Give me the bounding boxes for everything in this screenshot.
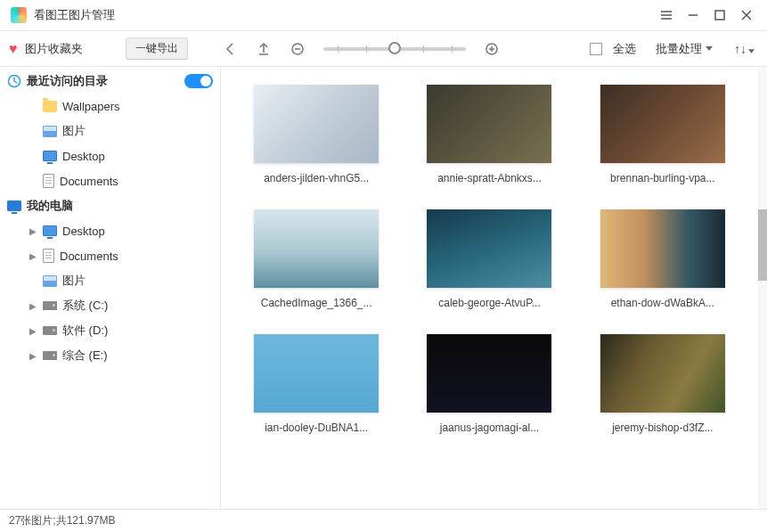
close-button[interactable]: [733, 2, 760, 29]
scrollbar-thumb[interactable]: [758, 209, 767, 281]
scrollbar[interactable]: [758, 67, 767, 509]
sidebar-item-label: Desktop: [62, 150, 105, 163]
thumbnail[interactable]: [600, 334, 725, 413]
monitor-icon: [43, 225, 57, 236]
select-all-checkbox[interactable]: [590, 43, 602, 55]
drive-icon: [43, 351, 57, 360]
sidebar-item[interactable]: Documents: [0, 168, 220, 193]
mypc-section-label: 我的电脑: [27, 198, 73, 214]
up-button[interactable]: [250, 36, 277, 62]
back-button[interactable]: [216, 36, 243, 62]
expander-icon[interactable]: ▶: [29, 326, 37, 336]
sidebar-item-label: 图片: [62, 123, 86, 139]
grid-item[interactable]: ian-dooley-DuBNA1...: [248, 334, 385, 434]
grid-item-name: ian-dooley-DuBNA1...: [249, 422, 383, 434]
grid-item[interactable]: jaanus-jagomagi-al...: [420, 334, 558, 434]
sidebar-item-label: Documents: [60, 250, 118, 263]
sidebar-item-label: Documents: [60, 175, 118, 188]
maximize-button[interactable]: [706, 2, 733, 29]
statusbar: 27张图片;共121.97MB: [0, 509, 767, 532]
minimize-button[interactable]: [680, 2, 706, 29]
sidebar-item-label: 图片: [62, 273, 86, 289]
sidebar-item[interactable]: ▶ 综合 (E:): [0, 343, 220, 368]
recent-toggle[interactable]: [184, 74, 213, 88]
grid-item[interactable]: jeremy-bishop-d3fZ...: [594, 334, 731, 434]
thumbnail[interactable]: [427, 334, 551, 413]
grid-item[interactable]: caleb-george-AtvuP...: [420, 209, 558, 309]
select-all-label[interactable]: 全选: [613, 41, 636, 57]
sidebar-item[interactable]: Desktop: [0, 143, 220, 168]
thumbnail[interactable]: [427, 85, 551, 163]
grid-item[interactable]: CachedImage_1366_...: [248, 209, 385, 309]
grid-item-name: jeremy-bishop-d3fZ...: [596, 422, 730, 434]
grid-item-name: annie-spratt-Abnkxs...: [422, 172, 556, 184]
sidebar-item-label: Desktop: [62, 225, 105, 238]
zoom-in-button[interactable]: [478, 36, 505, 62]
expander-icon[interactable]: ▶: [29, 251, 37, 261]
recent-section-header[interactable]: 最近访问的目录: [0, 69, 220, 94]
favorites-label[interactable]: 图片收藏夹: [25, 41, 83, 57]
drive-icon: [43, 326, 57, 335]
grid-item-name: CachedImage_1366_...: [249, 297, 383, 309]
grid-item[interactable]: annie-spratt-Abnkxs...: [420, 85, 558, 184]
sort-button[interactable]: ↑↓: [730, 42, 758, 56]
grid-item-name: brennan-burling-vpa...: [596, 172, 730, 184]
sidebar-item[interactable]: ▶ Desktop: [0, 218, 220, 243]
grid-item-name: anders-jilden-vhnG5...: [249, 172, 383, 184]
thumbnail[interactable]: [254, 209, 379, 288]
grid-item[interactable]: ethan-dow-dWaBkA...: [594, 209, 731, 309]
export-button[interactable]: 一键导出: [126, 37, 188, 60]
expander-icon[interactable]: ▶: [29, 301, 37, 311]
sidebar-item[interactable]: ▶ Documents: [0, 243, 220, 268]
image-icon: [43, 126, 57, 137]
mypc-section-header[interactable]: 我的电脑: [0, 193, 220, 218]
monitor-icon: [43, 151, 57, 161]
content-grid[interactable]: anders-jilden-vhnG5... annie-spratt-Abnk…: [221, 67, 758, 509]
computer-icon: [7, 201, 21, 211]
sidebar-item-label: Wallpapers: [62, 100, 120, 113]
thumbnail[interactable]: [254, 334, 379, 413]
expander-icon[interactable]: ▶: [29, 226, 37, 236]
toolbar: ♥ 图片收藏夹 一键导出 全选 批量处理 ↑↓: [0, 31, 767, 67]
sidebar-item-label: 系统 (C:): [62, 298, 108, 314]
sidebar: 最近访问的目录 Wallpapers 图片 Desktop Documents …: [0, 67, 221, 509]
grid-item-name: caleb-george-AtvuP...: [422, 297, 556, 309]
sidebar-item[interactable]: Wallpapers: [0, 94, 220, 119]
thumbnail[interactable]: [427, 209, 551, 288]
status-text: 27张图片;共121.97MB: [9, 513, 115, 528]
sidebar-item-label: 软件 (D:): [62, 323, 108, 339]
grid-item-name: ethan-dow-dWaBkA...: [596, 297, 730, 309]
titlebar: 看图王图片管理: [0, 0, 767, 31]
sidebar-item-label: 综合 (E:): [62, 348, 108, 364]
folder-icon: [43, 101, 57, 112]
document-icon: [43, 174, 54, 188]
document-icon: [43, 249, 54, 263]
menu-button[interactable]: [653, 2, 680, 29]
svg-rect-4: [715, 11, 724, 20]
expander-icon[interactable]: ▶: [29, 351, 37, 361]
sidebar-item[interactable]: 图片: [0, 119, 220, 143]
sidebar-item[interactable]: 图片: [0, 268, 220, 293]
zoom-out-button[interactable]: [284, 36, 311, 62]
zoom-slider[interactable]: [323, 47, 466, 51]
app-icon: [11, 7, 27, 23]
grid-item[interactable]: anders-jilden-vhnG5...: [248, 85, 385, 184]
thumbnail[interactable]: [600, 85, 725, 163]
drive-icon: [43, 301, 57, 310]
image-icon: [43, 275, 57, 287]
zoom-slider-thumb[interactable]: [388, 42, 401, 54]
thumbnail[interactable]: [600, 209, 725, 288]
main-area: 最近访问的目录 Wallpapers 图片 Desktop Documents …: [0, 67, 767, 509]
sidebar-item[interactable]: ▶ 软件 (D:): [0, 318, 220, 343]
window-title: 看图王图片管理: [34, 7, 653, 23]
grid-item[interactable]: brennan-burling-vpa...: [594, 85, 731, 184]
grid-item-name: jaanus-jagomagi-al...: [422, 422, 556, 434]
batch-dropdown[interactable]: 批量处理: [656, 41, 713, 57]
sidebar-item[interactable]: ▶ 系统 (C:): [0, 293, 220, 318]
thumbnail[interactable]: [254, 85, 379, 163]
recent-section-label: 最近访问的目录: [27, 73, 108, 89]
heart-icon: ♥: [9, 41, 18, 57]
